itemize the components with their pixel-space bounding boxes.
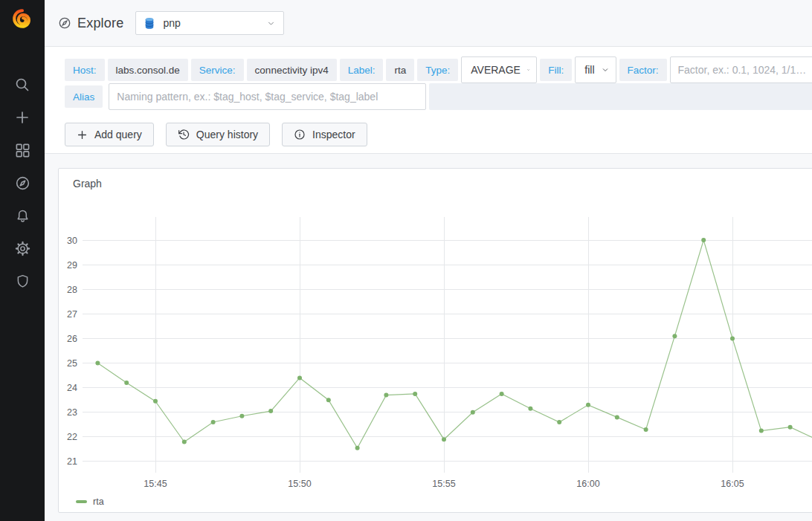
type-select[interactable]: AVERAGE bbox=[461, 56, 537, 83]
compass-icon bbox=[15, 175, 30, 191]
database-icon bbox=[144, 17, 155, 30]
service-label: Service: bbox=[191, 59, 244, 81]
datasource-name: pnp bbox=[163, 17, 266, 29]
plus-icon bbox=[15, 110, 30, 125]
add-query-button[interactable]: Add query bbox=[65, 123, 154, 146]
alias-label: Alias bbox=[65, 85, 103, 108]
row-filler bbox=[429, 83, 812, 110]
chevron-down-icon bbox=[526, 65, 530, 74]
data-point[interactable] bbox=[442, 437, 446, 441]
data-point[interactable] bbox=[759, 429, 764, 433]
data-point[interactable] bbox=[153, 399, 158, 404]
inspector-label: Inspector bbox=[312, 129, 355, 140]
data-point[interactable] bbox=[182, 440, 187, 444]
data-point[interactable] bbox=[500, 392, 504, 396]
data-point[interactable] bbox=[384, 393, 388, 398]
graph-panel: Graph 3029282726252423222115:4515:5015:5… bbox=[58, 168, 812, 513]
data-point[interactable] bbox=[355, 446, 360, 450]
query-toolbar: Add query Query history Inspector bbox=[65, 123, 812, 146]
x-tick-label: 16:05 bbox=[721, 479, 744, 489]
y-tick-label: 26 bbox=[67, 334, 77, 344]
info-circle-icon bbox=[294, 129, 306, 140]
type-label: Type: bbox=[417, 59, 458, 81]
y-tick-label: 24 bbox=[67, 383, 77, 393]
legend-series-label: rta bbox=[93, 496, 104, 507]
factor-label: Factor: bbox=[619, 59, 667, 81]
sidebar-nav bbox=[0, 68, 45, 297]
type-select-value: AVERAGE bbox=[471, 64, 521, 76]
y-tick-label: 27 bbox=[67, 309, 77, 320]
data-point[interactable] bbox=[297, 375, 302, 380]
sidebar-item-create[interactable] bbox=[0, 101, 45, 134]
alias-input[interactable] bbox=[109, 83, 426, 110]
query-history-label: Query history bbox=[196, 129, 258, 140]
data-point[interactable] bbox=[557, 420, 561, 424]
sidebar-item-search[interactable] bbox=[0, 68, 45, 101]
data-point[interactable] bbox=[586, 403, 590, 407]
topbar: Explore pnp bbox=[45, 0, 812, 47]
grafana-flame-icon bbox=[11, 7, 33, 30]
sidebar-item-server-admin[interactable] bbox=[0, 265, 45, 297]
explore-compass-icon bbox=[58, 16, 71, 30]
data-point[interactable] bbox=[644, 427, 648, 432]
shield-icon bbox=[15, 274, 30, 289]
label-label: Label: bbox=[340, 59, 384, 81]
graph-panel-title: Graph bbox=[73, 178, 102, 190]
data-point[interactable] bbox=[701, 238, 706, 242]
factor-input[interactable] bbox=[670, 56, 812, 83]
y-tick-label: 29 bbox=[67, 260, 77, 271]
main-content: Explore pnp Host: labs.consol.de Service… bbox=[45, 0, 812, 154]
datasource-picker[interactable]: pnp bbox=[135, 11, 284, 35]
chevron-down-icon bbox=[601, 65, 610, 74]
data-point[interactable] bbox=[326, 398, 331, 402]
y-tick-label: 21 bbox=[67, 456, 77, 467]
sidebar-item-explore[interactable] bbox=[0, 166, 45, 199]
data-point[interactable] bbox=[268, 409, 273, 413]
x-tick-label: 15:50 bbox=[288, 479, 311, 489]
y-tick-label: 23 bbox=[67, 407, 77, 418]
service-value[interactable]: connectivity ipv4 bbox=[247, 59, 337, 81]
series-line-rta bbox=[97, 240, 812, 448]
data-point[interactable] bbox=[615, 415, 619, 419]
grafana-logo[interactable] bbox=[0, 0, 45, 37]
data-point[interactable] bbox=[788, 425, 793, 430]
data-point[interactable] bbox=[528, 407, 532, 411]
y-tick-label: 30 bbox=[67, 236, 77, 246]
data-point[interactable] bbox=[471, 410, 475, 415]
y-tick-label: 22 bbox=[67, 432, 77, 442]
fill-label: Fill: bbox=[540, 59, 572, 81]
data-point[interactable] bbox=[672, 334, 677, 338]
chevron-down-icon bbox=[266, 19, 276, 28]
y-tick-label: 28 bbox=[67, 285, 77, 295]
search-icon bbox=[14, 77, 30, 93]
legend-item-rta[interactable]: rta bbox=[76, 496, 104, 507]
inspector-button[interactable]: Inspector bbox=[282, 123, 367, 146]
data-point[interactable] bbox=[95, 361, 100, 366]
query-row-1: Host: labs.consol.de Service: connectivi… bbox=[65, 56, 812, 83]
host-label: Host: bbox=[65, 59, 105, 81]
add-query-label: Add query bbox=[94, 129, 142, 140]
graph-canvas[interactable]: 3029282726252423222115:4515:5015:5516:00… bbox=[59, 209, 812, 500]
gear-icon bbox=[15, 241, 30, 256]
bell-icon bbox=[15, 208, 30, 224]
query-editor: Host: labs.consol.de Service: connectivi… bbox=[45, 47, 812, 154]
data-point[interactable] bbox=[211, 420, 216, 424]
sidebar-item-configuration[interactable] bbox=[0, 232, 45, 265]
x-tick-label: 15:45 bbox=[144, 479, 167, 489]
dashboards-grid-icon bbox=[15, 143, 30, 158]
fill-select[interactable]: fill bbox=[575, 56, 616, 83]
data-point[interactable] bbox=[413, 392, 417, 396]
sidebar-item-dashboards[interactable] bbox=[0, 134, 45, 166]
query-history-button[interactable]: Query history bbox=[166, 123, 270, 146]
page-title-label: Explore bbox=[77, 16, 123, 31]
label-value[interactable]: rta bbox=[386, 59, 414, 81]
data-point[interactable] bbox=[124, 381, 129, 385]
host-value[interactable]: labs.consol.de bbox=[108, 59, 188, 81]
sidebar-item-alerting[interactable] bbox=[0, 199, 45, 232]
x-tick-label: 16:00 bbox=[576, 479, 599, 489]
fill-select-value: fill bbox=[584, 64, 594, 76]
x-tick-label: 15:55 bbox=[432, 479, 455, 489]
data-point[interactable] bbox=[730, 336, 735, 340]
data-point[interactable] bbox=[239, 414, 244, 418]
page-title: Explore bbox=[58, 16, 123, 31]
